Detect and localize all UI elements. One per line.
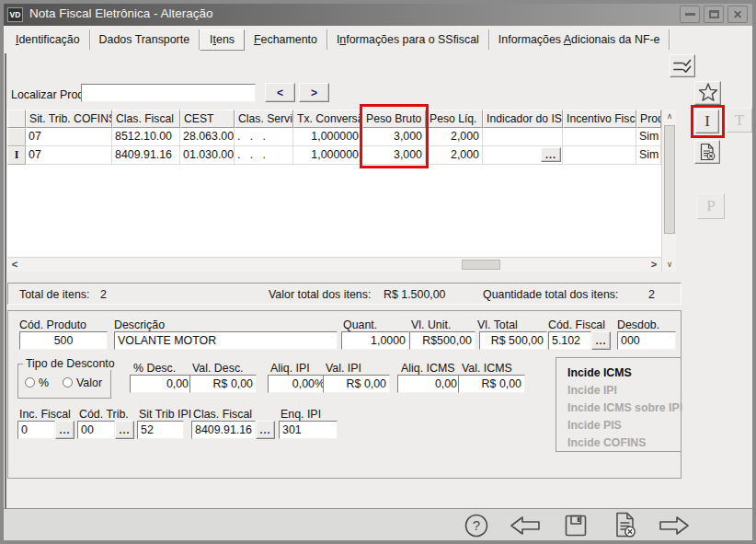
- tab-identificacao[interactable]: Identificação: [6, 29, 90, 50]
- tab-fechamento[interactable]: Fechamento: [245, 29, 327, 50]
- maximize-icon: [709, 10, 719, 18]
- grid-header: Tx. Conversão: [293, 110, 362, 128]
- grid-header-row: Sit. Trib. COFINS Clas. Fiscal CEST Clas…: [7, 110, 676, 128]
- locator-prev-button[interactable]: <: [265, 83, 295, 102]
- clas-fiscal-lookup-button[interactable]: ...: [256, 421, 275, 439]
- cell-incentivo-fiscal[interactable]: [563, 128, 636, 146]
- grid-vertical-scrollbar[interactable]: ∧ ∨: [661, 110, 676, 272]
- cod-trib-field[interactable]: [77, 421, 115, 439]
- cod-trib-lookup-button[interactable]: ...: [115, 421, 134, 439]
- cell-sit-trib-cofins[interactable]: 07: [26, 146, 112, 165]
- scroll-up-icon[interactable]: ∧: [662, 110, 677, 123]
- clas-fiscal-field[interactable]: [191, 421, 256, 439]
- vl-unit-field[interactable]: [409, 331, 475, 350]
- enq-ipi-label: Enq. IPI: [281, 408, 321, 421]
- tab-itens[interactable]: Itens: [200, 29, 245, 51]
- grid-header: Clas. Serviço: [235, 110, 293, 128]
- cell-clas-fiscal[interactable]: 8409.91.16: [112, 146, 180, 165]
- tab-informacoes-ssfiscal[interactable]: Informações para o SSfiscal: [327, 29, 489, 50]
- scroll-right-icon[interactable]: >: [647, 258, 661, 272]
- totals-bar: Total de itens: 2 Valor total dos itens:…: [7, 283, 682, 305]
- quant-label: Quant.: [343, 318, 377, 331]
- vertical-scroll-thumb[interactable]: [664, 125, 675, 234]
- radio-valor[interactable]: [63, 377, 73, 388]
- svg-text:?: ?: [473, 517, 480, 533]
- cell-sit-trib-cofins[interactable]: 07: [26, 128, 112, 146]
- cod-fiscal-field[interactable]: [548, 331, 591, 350]
- table-row-current[interactable]: I 07 8409.91.16 01.030.00 . . . 1,000000…: [7, 146, 676, 165]
- cell-tx-conversao[interactable]: 1,000000: [293, 128, 362, 146]
- horizontal-scroll-thumb[interactable]: [462, 260, 500, 270]
- table-row[interactable]: 07 8512.10.00 28.063.00 . . . 1,000000 3…: [7, 128, 676, 146]
- aliq-ipi-label: Aliq. IPI: [270, 362, 310, 375]
- radio-percent[interactable]: [25, 377, 35, 388]
- tab-informacoes-adicionais-nfe[interactable]: Informações Adicionais da NF-e: [489, 29, 670, 50]
- help-button[interactable]: ?: [459, 511, 494, 539]
- row-selector-caret[interactable]: I: [7, 146, 26, 165]
- aliq-icms-field[interactable]: [397, 375, 461, 393]
- sit-trib-ipi-field[interactable]: [137, 421, 184, 439]
- close-icon: ✕: [733, 8, 742, 21]
- inc-fiscal-field[interactable]: [17, 421, 55, 439]
- next-button[interactable]: [657, 511, 692, 539]
- total-value-value: R$ 1.500,00: [384, 288, 446, 301]
- cell-cest[interactable]: 01.030.00: [180, 146, 235, 165]
- pct-desc-field[interactable]: [130, 375, 192, 393]
- cell-tx-conversao[interactable]: 1,000000: [293, 146, 362, 165]
- save-button[interactable]: [558, 511, 593, 539]
- cell-clas-servico[interactable]: . . .: [235, 146, 293, 165]
- scroll-left-icon[interactable]: <: [7, 258, 22, 272]
- aliq-ipi-field[interactable]: [268, 375, 328, 393]
- row-selector[interactable]: [7, 128, 26, 146]
- scroll-down-icon[interactable]: ∨: [662, 258, 677, 272]
- cod-fiscal-lookup-button[interactable]: ...: [591, 331, 611, 350]
- cell-indicador-iss[interactable]: ...: [483, 146, 563, 165]
- desdob-field[interactable]: [617, 331, 676, 350]
- val-icms-label: Val. ICMS: [462, 362, 512, 375]
- tab-dados-transporte[interactable]: Dados Transporte: [90, 29, 200, 50]
- print-button: P: [697, 193, 725, 219]
- grid-header: CEST: [180, 110, 235, 128]
- cell-peso-liq[interactable]: 2,000: [426, 128, 483, 146]
- cell-prod[interactable]: Sim: [636, 128, 661, 146]
- cell-clas-servico[interactable]: . . .: [235, 128, 293, 146]
- val-ipi-field[interactable]: [323, 375, 390, 393]
- grid-options-button[interactable]: [670, 54, 695, 77]
- cell-clas-fiscal[interactable]: 8512.10.00: [112, 128, 180, 146]
- text-button-label: T: [735, 111, 744, 130]
- iss-lookup-button[interactable]: ...: [541, 147, 561, 162]
- delete-item-button[interactable]: [694, 140, 720, 164]
- vl-total-field[interactable]: [479, 331, 547, 350]
- val-desc-field[interactable]: [189, 375, 257, 393]
- enq-ipi-field[interactable]: [279, 421, 338, 439]
- grid-horizontal-scrollbar[interactable]: < >: [7, 257, 661, 272]
- cell-peso-liq[interactable]: 2,000: [426, 146, 483, 165]
- total-qty-label: Quantidade total dos itens:: [483, 288, 618, 301]
- close-button[interactable]: ✕: [727, 6, 748, 23]
- val-icms-field[interactable]: [458, 375, 525, 393]
- descricao-field[interactable]: [114, 331, 338, 350]
- cell-indicador-iss[interactable]: [483, 128, 563, 146]
- cod-produto-field[interactable]: [19, 331, 108, 350]
- previous-button[interactable]: [508, 511, 543, 539]
- cell-prod[interactable]: Sim: [636, 146, 661, 165]
- cod-fiscal-label: Cód. Fiscal: [548, 318, 605, 331]
- maximize-button[interactable]: [704, 6, 724, 23]
- cell-cest[interactable]: 28.063.00: [180, 128, 235, 146]
- nfe-dialog: VD Nota Fiscal Eletrônica - Alteração ✕ …: [0, 0, 756, 544]
- locator-input[interactable]: [81, 84, 256, 102]
- inc-fiscal-label: Inc. Fiscal: [19, 408, 71, 421]
- star-button[interactable]: [694, 81, 721, 105]
- descricao-label: Descrição: [114, 318, 165, 331]
- checklist-icon: [672, 59, 693, 74]
- inc-fiscal-lookup-button[interactable]: ...: [55, 421, 74, 439]
- minimize-button[interactable]: [680, 6, 700, 23]
- arrow-right-icon: [658, 514, 691, 538]
- clas-fiscal-label: Clas. Fiscal: [193, 408, 252, 421]
- total-items-value: 2: [100, 288, 107, 301]
- locator-next-button[interactable]: >: [299, 83, 329, 102]
- app-icon: VD: [7, 7, 23, 22]
- cell-incentivo-fiscal[interactable]: [563, 146, 636, 165]
- quant-field[interactable]: [341, 331, 409, 350]
- cancel-button[interactable]: [608, 511, 643, 539]
